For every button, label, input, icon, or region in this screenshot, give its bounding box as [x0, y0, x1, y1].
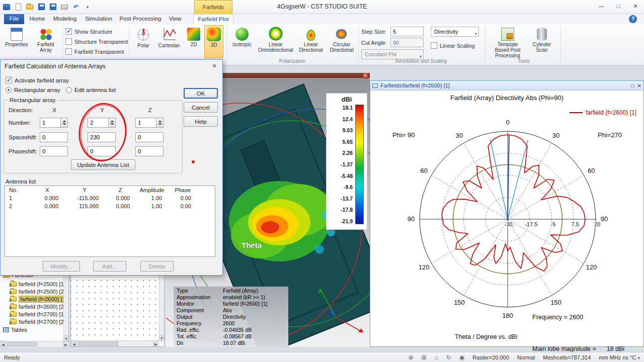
result-close-icon[interactable]: ✕ [637, 83, 641, 88]
number-z-input[interactable] [135, 118, 156, 128]
dialog-titlebar[interactable]: Farfield Calculation of Antenna Arrays ✕ [1, 60, 222, 73]
show-structure-checkbox[interactable]: Show Structure [65, 28, 112, 35]
tree-item[interactable]: farfield (f=2500) [1] [10, 280, 65, 288]
tab-file[interactable]: File [4, 14, 24, 24]
step-size-input[interactable] [390, 27, 424, 36]
schematic-horizontal-scrollbar[interactable]: ◀ ▶ [71, 340, 159, 346]
plot-quantity-dropdown[interactable]: Directivity ▾ [431, 27, 479, 37]
tree-item[interactable]: farfield (f=2500) [2] [10, 288, 65, 295]
delete-button[interactable]: Delete [140, 261, 174, 272]
print-icon[interactable] [60, 3, 69, 12]
viewport-close-icon[interactable]: ✕ [362, 73, 368, 78]
cartesian-button[interactable]: Cartesian [156, 25, 182, 58]
home-view-icon[interactable]: ⌂ [435, 354, 438, 361]
properties-button[interactable]: Properties [3, 25, 30, 58]
dialog-close-icon[interactable]: ✕ [210, 62, 218, 70]
cancel-button[interactable]: Cancel [184, 102, 218, 113]
3d-button[interactable]: 3D [204, 25, 223, 58]
result-window[interactable]: Farfields\farfield (f=2600) [1] □ ✕ 0303… [370, 80, 644, 347]
help-icon[interactable]: ? [629, 15, 637, 23]
result-maximize-icon[interactable]: □ [631, 83, 634, 88]
modify-button[interactable]: Modify... [43, 261, 80, 272]
tree-item[interactable]: farfield (f=2600) [2] [10, 303, 65, 310]
tree-item-selected[interactable]: farfield (f=2600) [1] [10, 295, 68, 303]
tab-view[interactable]: View [165, 14, 185, 24]
context-tab-farfields[interactable]: Farfields [194, 0, 232, 14]
add-button[interactable]: Add... [93, 261, 126, 272]
new-file-icon[interactable] [14, 3, 23, 12]
save-icon[interactable] [37, 3, 46, 12]
number-y-input[interactable] [88, 118, 109, 128]
structure-transparent-checkbox[interactable]: Structure Transparent [65, 38, 128, 45]
close-icon[interactable]: ✕ [627, 0, 644, 13]
save-all-icon[interactable] [48, 3, 57, 12]
cylinder-scan-button[interactable]: Cylinder Scan [527, 25, 556, 58]
refresh-icon[interactable]: ↻ [446, 354, 451, 361]
scroll-down-icon[interactable]: ▼ [64, 335, 68, 341]
scroll-down-icon[interactable]: ▼ [159, 335, 164, 340]
tab-post-processing[interactable]: Post Processing [117, 14, 164, 24]
zoom-icon[interactable]: ⊕ [408, 354, 413, 361]
phaseshift-x-input[interactable] [40, 146, 68, 156]
open-folder-icon[interactable] [25, 3, 34, 12]
tab-simulation[interactable]: Simulation [82, 14, 116, 24]
farfield-transparent-checkbox[interactable]: Farfield Transparent [65, 48, 124, 55]
scroll-left-icon[interactable]: ◀ [71, 341, 77, 346]
tables-icon [3, 327, 9, 332]
edit-antenna-list-radio[interactable]: Edit antenna list [66, 87, 116, 93]
number-y-spinner[interactable] [109, 118, 116, 128]
undo-icon[interactable]: ↶ [71, 3, 80, 12]
spaceshift-z-input[interactable] [135, 132, 164, 142]
tree-horizontal-scrollbar[interactable]: ◀ ▶ [0, 341, 69, 347]
spaceshift-x-input[interactable] [40, 132, 68, 142]
schematic-panel[interactable]: ▼ ◀ ▶ [70, 274, 165, 347]
polar-button[interactable]: Polar [132, 25, 155, 58]
minimize-icon[interactable]: — [593, 0, 610, 13]
update-antenna-list-button[interactable]: Update Antenna List [71, 159, 135, 170]
tree-item[interactable]: farfield (f=2700) [2] [10, 318, 65, 325]
farfield-array-dialog[interactable]: Farfield Calculation of Antenna Arrays ✕… [0, 59, 223, 276]
tree-vertical-scrollbar[interactable]: ▼ [63, 274, 68, 341]
tab-home[interactable]: Home [26, 14, 48, 24]
tab-modeling[interactable]: Modeling [49, 14, 80, 24]
constant-phi-dropdown[interactable]: Constant Phi ▾ [361, 49, 424, 59]
circular-directional-button[interactable]: Circular Directional [327, 25, 356, 58]
scroll-right-icon[interactable]: ▶ [63, 341, 69, 347]
spaceshift-y-input[interactable] [88, 132, 116, 142]
antenna-list-table[interactable]: No.X YZ AmplitudePhase 10.000 -115.0000.… [5, 186, 215, 257]
target-icon[interactable]: ◉ [459, 354, 464, 361]
result-window-titlebar[interactable]: Farfields\farfield (f=2600) [1] □ ✕ [370, 81, 643, 90]
schematic-vertical-scrollbar[interactable]: ▼ [159, 275, 164, 340]
cut-angle-input[interactable] [390, 38, 424, 47]
cartesian-label: Cartesian [156, 43, 182, 48]
tree-item-tables[interactable]: Tables [3, 326, 27, 333]
phaseshift-y-input[interactable] [88, 146, 116, 156]
linear-scaling-checkbox[interactable]: Linear Scaling [431, 42, 475, 49]
isotropic-button[interactable]: Isotropic [228, 25, 256, 58]
number-x-input[interactable] [40, 118, 61, 128]
pan-icon[interactable]: ⊞ [421, 354, 426, 361]
status-units[interactable]: mm MHz ns °C ▾ [599, 354, 640, 360]
quick-access-caret-icon[interactable]: ▾ [83, 3, 92, 12]
antenna-table-row[interactable]: 10.000 -115.0000.000 1.000.00 [5, 194, 215, 202]
farfield-array-button[interactable]: Farfield Array [31, 25, 60, 58]
rectangular-array-radio[interactable]: Rectangular array [6, 87, 60, 93]
maximize-icon[interactable]: □ [610, 0, 627, 13]
antenna-table-row[interactable]: 20.000 115.0000.000 1.000.00 [5, 202, 215, 210]
scroll-left-icon[interactable]: ◀ [0, 341, 6, 347]
linear-directional-button[interactable]: Linear Directional [296, 25, 326, 58]
help-button[interactable]: Help [184, 116, 218, 127]
ok-button[interactable]: OK [184, 88, 218, 99]
app-icon[interactable] [2, 3, 11, 12]
scroll-right-icon[interactable]: ▶ [153, 341, 159, 346]
legend-line-icon [570, 112, 583, 113]
2d-button[interactable]: 2D [184, 25, 203, 58]
template-based-post-processing-button[interactable]: Template Based Post Processing [491, 25, 524, 58]
tree-item[interactable]: farfield (f=2700) [1] [10, 310, 65, 318]
number-z-spinner[interactable] [156, 118, 164, 128]
tab-farfield-plot[interactable]: Farfield Plot [193, 14, 233, 24]
number-x-spinner[interactable] [61, 118, 68, 128]
linear-omnidirectional-button[interactable]: Linear Omnidirectional [257, 25, 295, 58]
activate-farfield-array-checkbox[interactable]: Activate farfield array [6, 77, 69, 83]
phaseshift-z-input[interactable] [135, 146, 164, 156]
